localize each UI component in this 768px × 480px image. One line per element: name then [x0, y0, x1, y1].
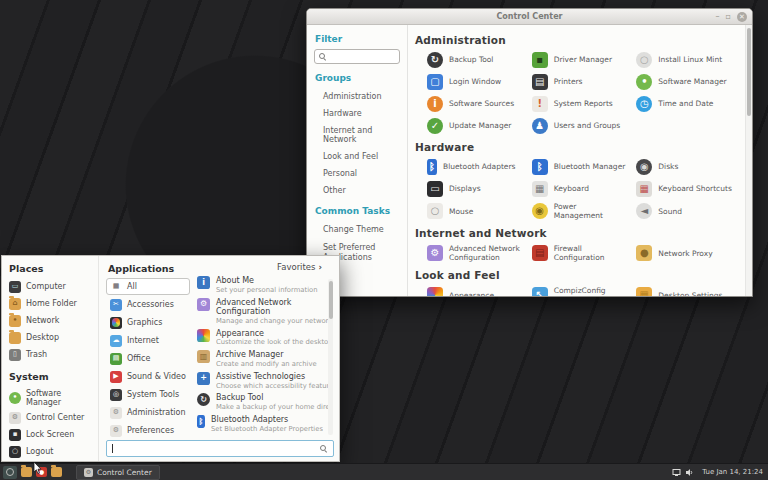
minimize-button[interactable]: – [716, 13, 720, 21]
menu-item-label: Network [26, 316, 59, 325]
cc-item-compizconfig-settings-manager[interactable]: ↖CompizConfig Settings Manager [532, 286, 637, 296]
category-internet[interactable]: ☁Internet [106, 332, 190, 349]
applications-scrollbar[interactable] [328, 279, 333, 435]
taskbar-window-button[interactable]: ⚙ Control Center [76, 465, 160, 480]
keyboard-icon: ▦ [532, 181, 548, 197]
group-other[interactable]: Other [314, 182, 400, 199]
menu-categories-column: Applications ▦All✂AccessoriesGraphics☁In… [106, 261, 190, 437]
cc-item-system-reports[interactable]: !System Reports [532, 95, 637, 112]
display-tray-icon[interactable] [672, 468, 681, 477]
cc-item-driver-manager[interactable]: ▪Driver Manager [532, 51, 637, 68]
cc-item-bluetooth-manager[interactable]: ᛒBluetooth Manager [532, 158, 637, 175]
maximize-button[interactable]: ▫ [726, 13, 731, 21]
app-advanced-network-configuration[interactable]: ⚙Advanced Network ConfigurationManage an… [197, 298, 334, 326]
cc-item-bluetooth-adapters[interactable]: ᛒBluetooth Adapters [427, 158, 532, 175]
cc-item-mouse[interactable]: ○Mouse [427, 202, 532, 220]
app-assistive-technologies[interactable]: +Assistive TechnologiesChoose which acce… [197, 372, 334, 390]
category-office[interactable]: ▤Office [106, 350, 190, 367]
files-launcher[interactable] [21, 467, 32, 477]
scrollbar-thumb[interactable] [329, 281, 333, 319]
appearance-icon [197, 329, 210, 342]
cc-item-label: Mouse [449, 207, 473, 216]
cc-item-label: Printers [554, 77, 583, 86]
cc-item-software-manager[interactable]: •Software Manager [636, 73, 741, 90]
app-bluetooth-adapters[interactable]: ᛒBluetooth AdaptersSet Bluetooth Adapter… [197, 415, 334, 433]
place-computer[interactable]: ▭Computer [7, 278, 93, 295]
cc-item-label: Login Window [449, 77, 501, 86]
group-internet-and-network[interactable]: Internet and Network [314, 122, 400, 148]
scrollbar-thumb[interactable] [747, 28, 751, 116]
place-trash[interactable]: ▯Trash [7, 346, 93, 363]
cc-item-displays[interactable]: ▭Displays [427, 180, 532, 197]
clock[interactable]: Tue Jan 14, 21:24 [702, 468, 765, 476]
control-center-scrollbar[interactable] [745, 25, 752, 296]
group-personal[interactable]: Personal [314, 165, 400, 182]
section-title-look-and-feel: Look and Feel [415, 269, 741, 281]
system-lock-screen[interactable]: ▪Lock Screen [7, 426, 93, 443]
system-logout[interactable]: ○Logout [7, 443, 93, 460]
category-accessories[interactable]: ✂Accessories [106, 296, 190, 313]
login-window-icon: ▢ [427, 74, 443, 90]
cc-item-login-window[interactable]: ▢Login Window [427, 73, 532, 90]
category-all[interactable]: ▦All [106, 278, 190, 295]
group-hardware[interactable]: Hardware [314, 105, 400, 122]
category-system-tools[interactable]: ◎System Tools [106, 386, 190, 403]
app-name: Backup Tool [216, 393, 328, 403]
cc-item-backup-tool[interactable]: ↻Backup Tool [427, 51, 532, 68]
control-center-titlebar[interactable]: Control Center – ▫ ✕ [307, 9, 752, 25]
app-description: Manage and change your network connectio… [216, 317, 328, 325]
close-button[interactable]: ✕ [737, 12, 747, 22]
system-control-center[interactable]: ⚙Control Center [7, 409, 93, 426]
mint-logo-icon [6, 468, 14, 476]
home-folder-icon: ⌂ [9, 298, 21, 310]
app-archive-manager[interactable]: ▥Archive ManagerCreate and modify an arc… [197, 350, 334, 368]
menu-search-input[interactable] [106, 440, 334, 457]
volume-tray-icon[interactable] [685, 468, 694, 477]
app-appearance[interactable]: AppearanceCustomize the look of the desk… [197, 329, 334, 347]
cc-item-label: Advanced Network Configuration [449, 244, 523, 262]
cc-item-keyboard-shortcuts[interactable]: ▦Keyboard Shortcuts [636, 180, 741, 197]
place-home-folder[interactable]: ⌂Home Folder [7, 295, 93, 312]
place-network[interactable]: •Network [7, 312, 93, 329]
cc-item-advanced-network-configuration[interactable]: ⚙Advanced Network Configuration [427, 244, 532, 262]
task-change-theme[interactable]: Change Theme [314, 221, 400, 239]
cc-item-firewall-configuration[interactable]: ▤Firewall Configuration [532, 244, 637, 262]
group-administration[interactable]: Administration [314, 88, 400, 105]
cc-item-printers[interactable]: ▤Printers [532, 73, 637, 90]
cc-item-sound[interactable]: ◄Sound [636, 202, 741, 220]
category-administration[interactable]: ⚙Administration [106, 404, 190, 421]
place-desktop[interactable]: Desktop [7, 329, 93, 346]
favorites-link[interactable]: Favorites › [197, 261, 334, 276]
cc-item-users-and-groups[interactable]: ♟Users and Groups [532, 117, 637, 134]
system-software-manager[interactable]: •Software Manager [7, 386, 93, 409]
category-preferences[interactable]: ⚙Preferences [106, 422, 190, 439]
cc-item-power-management[interactable]: ◉Power Management [532, 202, 637, 220]
app-about-me[interactable]: iAbout MeSet your personal information [197, 276, 334, 294]
menu-button[interactable] [3, 466, 17, 479]
cc-item-install-linux-mint[interactable]: ○Install Linux Mint [636, 51, 741, 68]
category-label: Preferences [127, 426, 174, 435]
archive-manager-icon: ▥ [197, 350, 210, 363]
filter-search-input[interactable] [314, 49, 400, 64]
app-description: Set your personal information [216, 286, 318, 294]
cc-item-disks[interactable]: ◉Disks [636, 158, 741, 175]
folder-launcher[interactable] [51, 467, 62, 477]
cc-item-desktop-settings[interactable]: ▦Desktop Settings [636, 286, 741, 296]
app-backup-tool[interactable]: ↻Backup ToolMake a backup of your home d… [197, 393, 334, 411]
app-description: Make a backup of your home directory [216, 403, 328, 411]
cc-item-appearance[interactable]: Appearance [427, 286, 532, 296]
cc-item-update-manager[interactable]: ✓Update Manager [427, 117, 532, 134]
cc-item-software-sources[interactable]: iSoftware Sources [427, 95, 532, 112]
menu-item-label: Computer [26, 282, 66, 291]
cc-item-keyboard[interactable]: ▦Keyboard [532, 180, 637, 197]
cc-item-label: Appearance [449, 291, 494, 297]
cc-item-network-proxy[interactable]: ●Network Proxy [636, 244, 741, 262]
network-proxy-icon: ● [636, 245, 652, 261]
category-graphics[interactable]: Graphics [106, 314, 190, 331]
users-and-groups-icon: ♟ [532, 118, 548, 134]
cc-item-time-and-date[interactable]: ◷Time and Date [636, 95, 741, 112]
filter-heading: Filter [315, 34, 400, 44]
category-sound-and-video[interactable]: ▶Sound & Video [106, 368, 190, 385]
group-look-and-feel[interactable]: Look and Feel [314, 148, 400, 165]
category-label: Graphics [127, 318, 162, 327]
